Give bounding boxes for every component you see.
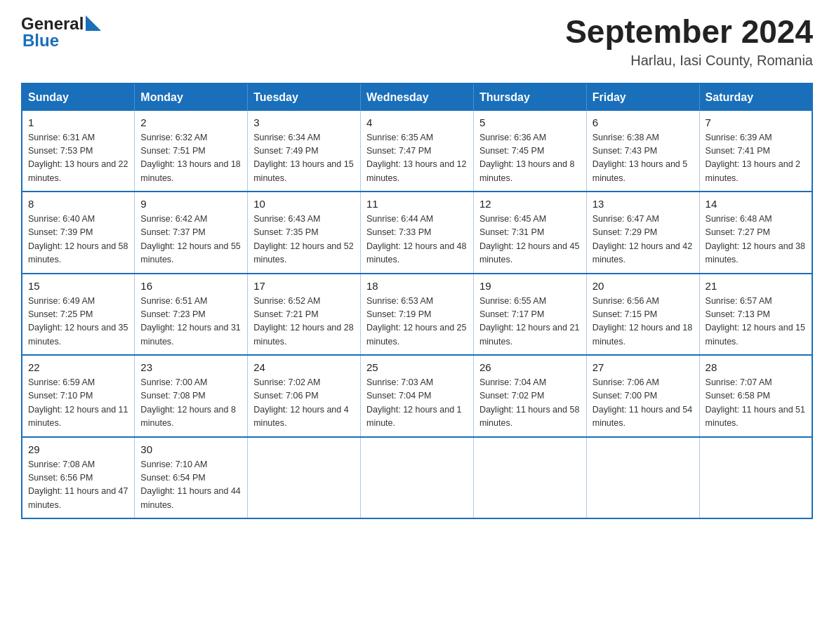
day-info: Sunrise: 6:48 AMSunset: 7:27 PMDaylight:…	[706, 213, 806, 267]
day-number: 9	[140, 198, 241, 210]
calendar-cell: 7Sunrise: 6:39 AMSunset: 7:41 PMDaylight…	[699, 111, 812, 192]
day-info: Sunrise: 6:32 AMSunset: 7:51 PMDaylight:…	[140, 131, 241, 186]
day-number: 26	[479, 361, 581, 373]
day-of-week-header: Friday	[586, 83, 699, 111]
calendar-table: SundayMondayTuesdayWednesdayThursdayFrid…	[21, 83, 813, 520]
day-number: 7	[706, 116, 806, 128]
day-info: Sunrise: 7:00 AMSunset: 7:08 PMDaylight:…	[140, 376, 241, 431]
calendar-week-row: 1Sunrise: 6:31 AMSunset: 7:53 PMDaylight…	[22, 111, 812, 192]
calendar-cell: 21Sunrise: 6:57 AMSunset: 7:13 PMDayligh…	[699, 274, 812, 356]
day-info: Sunrise: 6:38 AMSunset: 7:43 PMDaylight:…	[593, 131, 694, 186]
calendar-week-row: 8Sunrise: 6:40 AMSunset: 7:39 PMDaylight…	[22, 192, 812, 274]
day-of-week-header: Thursday	[473, 83, 586, 111]
day-info: Sunrise: 6:55 AMSunset: 7:17 PMDaylight:…	[479, 295, 581, 349]
day-number: 21	[706, 280, 806, 292]
day-of-week-header: Wednesday	[361, 83, 474, 111]
month-year-title: September 2024	[565, 14, 813, 50]
day-info: Sunrise: 6:42 AMSunset: 7:37 PMDaylight:…	[140, 213, 241, 267]
day-number: 14	[706, 198, 806, 210]
calendar-week-row: 22Sunrise: 6:59 AMSunset: 7:10 PMDayligh…	[22, 355, 812, 437]
day-number: 13	[593, 198, 694, 210]
day-info: Sunrise: 6:53 AMSunset: 7:19 PMDaylight:…	[366, 295, 468, 349]
day-of-week-header: Monday	[135, 83, 248, 111]
day-number: 24	[253, 361, 355, 373]
day-number: 16	[140, 280, 241, 292]
calendar-cell: 13Sunrise: 6:47 AMSunset: 7:29 PMDayligh…	[586, 192, 699, 274]
calendar-cell: 9Sunrise: 6:42 AMSunset: 7:37 PMDaylight…	[135, 192, 248, 274]
day-number: 17	[253, 280, 355, 292]
location-subtitle: Harlau, Iasi County, Romania	[565, 53, 813, 69]
day-info: Sunrise: 6:44 AMSunset: 7:33 PMDaylight:…	[366, 213, 468, 267]
day-number: 11	[366, 198, 468, 210]
day-info: Sunrise: 6:52 AMSunset: 7:21 PMDaylight:…	[253, 295, 355, 349]
calendar-cell: 19Sunrise: 6:55 AMSunset: 7:17 PMDayligh…	[473, 274, 586, 356]
day-number: 22	[28, 361, 128, 373]
day-number: 3	[253, 116, 355, 128]
day-info: Sunrise: 7:04 AMSunset: 7:02 PMDaylight:…	[479, 376, 581, 431]
calendar-cell: 27Sunrise: 7:06 AMSunset: 7:00 PMDayligh…	[586, 355, 699, 437]
logo-arrow	[86, 15, 101, 34]
calendar-cell: 24Sunrise: 7:02 AMSunset: 7:06 PMDayligh…	[248, 355, 361, 437]
logo-blue: Blue	[22, 31, 59, 50]
day-number: 12	[479, 198, 581, 210]
calendar-header-row: SundayMondayTuesdayWednesdayThursdayFrid…	[22, 83, 812, 111]
day-number: 6	[593, 116, 694, 128]
day-info: Sunrise: 6:36 AMSunset: 7:45 PMDaylight:…	[479, 131, 581, 186]
calendar-cell: 30Sunrise: 7:10 AMSunset: 6:54 PMDayligh…	[135, 437, 248, 519]
calendar-cell: 26Sunrise: 7:04 AMSunset: 7:02 PMDayligh…	[473, 355, 586, 437]
calendar-cell: 14Sunrise: 6:48 AMSunset: 7:27 PMDayligh…	[699, 192, 812, 274]
calendar-cell	[361, 437, 474, 519]
day-info: Sunrise: 6:56 AMSunset: 7:15 PMDaylight:…	[593, 295, 694, 349]
day-of-week-header: Saturday	[699, 83, 812, 111]
day-info: Sunrise: 6:45 AMSunset: 7:31 PMDaylight:…	[479, 213, 581, 267]
calendar-cell: 4Sunrise: 6:35 AMSunset: 7:47 PMDaylight…	[361, 111, 474, 192]
day-info: Sunrise: 6:31 AMSunset: 7:53 PMDaylight:…	[28, 131, 128, 186]
day-info: Sunrise: 6:49 AMSunset: 7:25 PMDaylight:…	[28, 295, 128, 349]
calendar-cell	[586, 437, 699, 519]
svg-marker-0	[86, 15, 101, 31]
calendar-cell	[473, 437, 586, 519]
day-number: 2	[140, 116, 241, 128]
day-info: Sunrise: 7:07 AMSunset: 6:58 PMDaylight:…	[706, 376, 806, 431]
day-info: Sunrise: 7:06 AMSunset: 7:00 PMDaylight:…	[593, 376, 694, 431]
day-info: Sunrise: 6:39 AMSunset: 7:41 PMDaylight:…	[706, 131, 806, 186]
day-number: 29	[28, 443, 128, 455]
day-info: Sunrise: 6:43 AMSunset: 7:35 PMDaylight:…	[253, 213, 355, 267]
day-number: 10	[253, 198, 355, 210]
title-block: September 2024 Harlau, Iasi County, Roma…	[565, 14, 813, 69]
calendar-week-row: 15Sunrise: 6:49 AMSunset: 7:25 PMDayligh…	[22, 274, 812, 356]
logo: General Blue	[21, 14, 101, 51]
calendar-cell: 5Sunrise: 6:36 AMSunset: 7:45 PMDaylight…	[473, 111, 586, 192]
day-number: 5	[479, 116, 581, 128]
calendar-cell	[699, 437, 812, 519]
day-info: Sunrise: 7:03 AMSunset: 7:04 PMDaylight:…	[366, 376, 468, 431]
calendar-cell: 28Sunrise: 7:07 AMSunset: 6:58 PMDayligh…	[699, 355, 812, 437]
calendar-week-row: 29Sunrise: 7:08 AMSunset: 6:56 PMDayligh…	[22, 437, 812, 519]
calendar-cell: 17Sunrise: 6:52 AMSunset: 7:21 PMDayligh…	[248, 274, 361, 356]
day-info: Sunrise: 6:35 AMSunset: 7:47 PMDaylight:…	[366, 131, 468, 186]
calendar-cell: 8Sunrise: 6:40 AMSunset: 7:39 PMDaylight…	[22, 192, 135, 274]
day-number: 30	[140, 443, 241, 455]
day-number: 8	[28, 198, 128, 210]
calendar-cell: 11Sunrise: 6:44 AMSunset: 7:33 PMDayligh…	[361, 192, 474, 274]
calendar-cell: 23Sunrise: 7:00 AMSunset: 7:08 PMDayligh…	[135, 355, 248, 437]
day-info: Sunrise: 6:51 AMSunset: 7:23 PMDaylight:…	[140, 295, 241, 349]
day-info: Sunrise: 7:10 AMSunset: 6:54 PMDaylight:…	[140, 458, 241, 513]
day-of-week-header: Sunday	[22, 83, 135, 111]
day-number: 4	[366, 116, 468, 128]
day-number: 28	[706, 361, 806, 373]
calendar-cell: 1Sunrise: 6:31 AMSunset: 7:53 PMDaylight…	[22, 111, 135, 192]
calendar-cell: 18Sunrise: 6:53 AMSunset: 7:19 PMDayligh…	[361, 274, 474, 356]
day-info: Sunrise: 6:47 AMSunset: 7:29 PMDaylight:…	[593, 213, 694, 267]
day-number: 20	[593, 280, 694, 292]
page-header: General Blue September 2024 Harlau, Iasi…	[21, 14, 813, 69]
calendar-cell: 25Sunrise: 7:03 AMSunset: 7:04 PMDayligh…	[361, 355, 474, 437]
day-of-week-header: Tuesday	[248, 83, 361, 111]
day-info: Sunrise: 6:59 AMSunset: 7:10 PMDaylight:…	[28, 376, 128, 431]
day-info: Sunrise: 7:08 AMSunset: 6:56 PMDaylight:…	[28, 458, 128, 513]
day-number: 25	[366, 361, 468, 373]
calendar-cell: 10Sunrise: 6:43 AMSunset: 7:35 PMDayligh…	[248, 192, 361, 274]
calendar-cell: 29Sunrise: 7:08 AMSunset: 6:56 PMDayligh…	[22, 437, 135, 519]
calendar-cell: 15Sunrise: 6:49 AMSunset: 7:25 PMDayligh…	[22, 274, 135, 356]
calendar-cell: 20Sunrise: 6:56 AMSunset: 7:15 PMDayligh…	[586, 274, 699, 356]
